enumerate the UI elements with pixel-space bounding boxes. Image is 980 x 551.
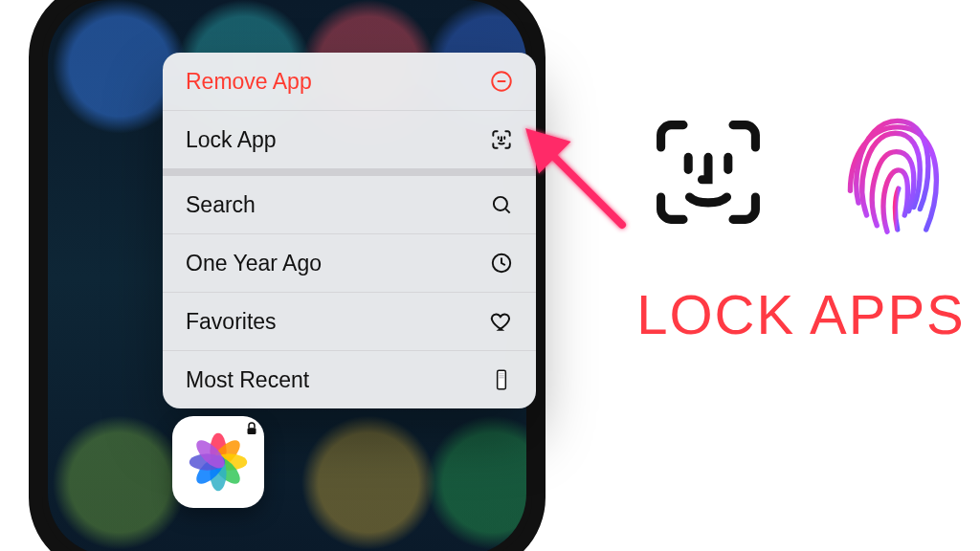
menu-item-one-year-ago[interactable]: One Year Ago bbox=[163, 234, 536, 293]
right-panel: LOCK APPS bbox=[622, 0, 980, 551]
heart-icon bbox=[488, 308, 515, 335]
svg-rect-19 bbox=[248, 428, 256, 434]
touch-id-icon bbox=[820, 100, 954, 248]
face-id-icon bbox=[646, 110, 770, 238]
menu-item-search[interactable]: Search bbox=[163, 176, 536, 234]
search-icon bbox=[488, 191, 515, 218]
menu-item-remove-app[interactable]: Remove App bbox=[163, 53, 536, 111]
menu-item-lock-app[interactable]: Lock App bbox=[163, 111, 536, 176]
app-context-menu: Remove App Lock App Search bbox=[163, 53, 536, 408]
menu-item-label: Remove App bbox=[186, 69, 312, 95]
menu-item-favorites[interactable]: Favorites bbox=[163, 293, 536, 351]
phone-thumbnail-icon bbox=[488, 366, 515, 393]
face-id-small-icon bbox=[488, 126, 515, 153]
menu-item-label: Search bbox=[186, 192, 256, 218]
photos-flower-icon bbox=[184, 428, 253, 496]
menu-item-label: One Year Ago bbox=[186, 251, 322, 276]
svg-point-4 bbox=[494, 197, 507, 210]
iphone-mockup: Remove App Lock App Search bbox=[0, 0, 584, 551]
menu-item-label: Most Recent bbox=[186, 367, 309, 393]
svg-line-5 bbox=[505, 209, 509, 212]
lock-icon bbox=[243, 420, 260, 437]
menu-item-label: Favorites bbox=[186, 309, 277, 335]
remove-circle-icon bbox=[488, 68, 515, 95]
svg-line-20 bbox=[550, 153, 622, 225]
clock-icon bbox=[488, 250, 515, 276]
menu-item-label: Lock App bbox=[186, 127, 277, 153]
menu-item-most-recent[interactable]: Most Recent bbox=[163, 351, 536, 408]
caption-text: LOCK APPS bbox=[622, 282, 980, 346]
photos-app-icon[interactable] bbox=[172, 416, 264, 508]
